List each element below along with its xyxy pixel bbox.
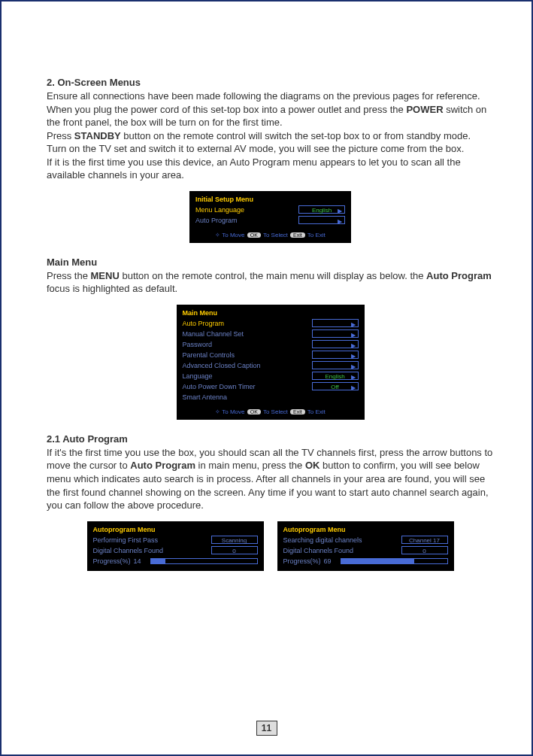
osd1-row-autoprogram: Auto Program ▶ [195,215,345,226]
osd3-r1: Performing First Pass [93,536,211,544]
progress-bar2 [341,558,448,564]
osd1-r1-val-text: English [312,207,332,214]
p1d: Turn on the TV set and switch it to exte… [47,143,464,154]
osd4-r1: Searching digital channels [283,536,401,544]
mm-post: focus is highlighted as default. [47,283,177,294]
osd2-v0: ▶ [312,319,359,327]
exit-pill2: Exit [290,409,305,414]
arrow-right-icon: ▶ [351,320,356,329]
sec21-head: 2.1 Auto Program [47,433,494,445]
osd2-v3: ▶ [312,351,359,359]
arrow-right-icon: ▶ [351,342,356,350]
to-select: To Select [263,232,288,238]
progress-bar [150,558,258,564]
osd1-r2-label: Auto Program [195,217,298,224]
osd1-row-language: Menu Language English▶ [195,205,345,215]
osd-autoprogram-left: Autoprogram Menu Performing First PassSc… [87,521,264,571]
nav-move-icon: ✧ [215,232,220,238]
arrow-right-icon: ▶ [338,217,342,226]
osd3-r2: Digital Channels Found [93,547,211,554]
osd2-item2: Password [183,341,312,348]
osd1-footer: ✧ To Move OK To Select Exit To Exit [195,232,345,238]
ok-pill: OK [247,232,261,238]
osd4-title: Autoprogram Menu [283,526,448,533]
osd2-item3: Parental Controls [183,351,312,359]
exit-pill: Exit [290,232,305,238]
osd2-item0: Auto Program [183,320,312,327]
arrow-right-icon: ▶ [351,384,356,392]
menu-word: MENU [91,270,120,281]
osd2-v5-text: English [325,373,344,380]
page-number: 11 [256,721,277,736]
osd2-item4: Advanced Closed Caption [183,362,312,369]
mm-mid: button on the remote control, the main m… [120,270,426,281]
osd2-v5: English▶ [312,372,359,380]
osd1-r1-val: English▶ [298,205,345,214]
osd2-v1: ▶ [312,329,359,338]
osd-initial-setup: Initial Setup Menu Menu Language English… [189,191,351,243]
to-exit2: To Exit [307,408,326,415]
arrow-right-icon: ▶ [351,352,356,360]
osd2-v6-text: Off [331,384,339,390]
osd4-progress: Progress(%) 69 [283,556,448,566]
p1c-pre: Press [47,130,74,141]
osd4-r2v: 0 [401,546,448,554]
osd2-item7: Smart Antenna [183,393,359,401]
osd2-v2: ▶ [312,340,359,348]
osd-autoprogram-right: Autoprogram Menu Searching digital chann… [277,521,454,571]
auto-word: Auto Program [426,270,492,281]
osd4-r2: Digital Channels Found [283,547,401,554]
p1e: If it is the first time you use this dev… [47,156,461,181]
to-select2: To Select [263,408,288,415]
osd4-r1v: Channel 17 [401,536,448,544]
power-word: POWER [406,104,443,115]
osd-main-menu: Main Menu Auto Program▶ Manual Channel S… [177,305,365,420]
arrow-right-icon: ▶ [351,373,356,381]
osd1-r2-val: ▶ [298,216,345,224]
p1a: Ensure all connections have been made fo… [47,90,480,102]
osd2-v4: ▶ [312,361,359,369]
sec21-body: If it's the first time you use the box, … [47,446,494,512]
to-exit: To Exit [307,232,326,238]
osd3-r3v: 14 [134,557,150,565]
mainmenu-head: Main Menu [47,257,494,268]
to-move2: To Move [222,408,244,415]
osd3-r1v: Scanning [211,536,258,544]
auto-word2: Auto Program [130,460,195,471]
to-move: To Move [222,232,244,238]
nav-move-icon: ✧ [215,408,220,415]
osd2-item5: Language [183,372,312,380]
progress-fill2 [341,559,414,563]
osd3-r2v: 0 [211,546,258,554]
standby-word: STANDBY [74,130,121,141]
mainmenu-body: Press the MENU button on the remote cont… [47,269,494,296]
osd4-r3v: 69 [324,557,341,565]
arrow-right-icon: ▶ [338,207,342,215]
osd2-footer: ✧ To Move OK To Select Exit To Exit [183,408,359,415]
osd3-progress: Progress(%) 14 [93,556,258,566]
osd1-r1-label: Menu Language [195,206,298,214]
osd2-item1: Manual Channel Set [183,330,312,338]
p1c-post: button on the remote control will switch… [121,130,471,141]
osd1-title: Initial Setup Menu [195,196,345,203]
ok-word: OK [305,460,320,471]
s21-mid: in main menu, press the [195,460,305,471]
osd2-v6: Off▶ [312,382,359,390]
arrow-right-icon: ▶ [351,331,356,339]
sec2-head: 2. On-Screen Menus [47,77,494,88]
mm-pre: Press the [47,270,91,281]
osd3-title: Autoprogram Menu [93,526,258,533]
osd2-item6: Auto Power Down Timer [183,383,312,390]
sec2-body: Ensure all connections have been made fo… [47,90,494,182]
osd3-r3: Progress(%) [93,557,131,565]
osd4-r3: Progress(%) [283,557,321,565]
osd2-title: Main Menu [183,309,359,317]
progress-fill [151,559,166,563]
ok-pill2: OK [247,409,261,414]
arrow-right-icon: ▶ [351,363,356,371]
p1b-pre: When you plug the power cord of this set… [47,104,406,115]
